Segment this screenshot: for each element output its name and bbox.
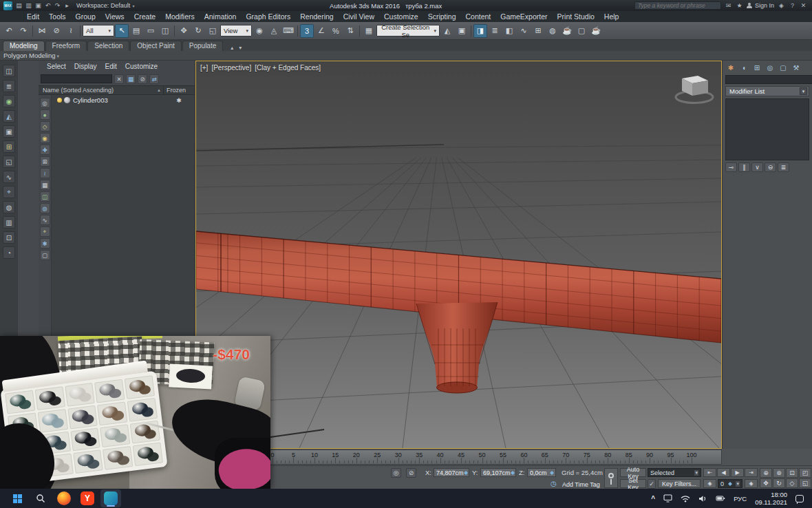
maximize-viewport-icon[interactable]: ◱ — [799, 478, 811, 488]
menu-item[interactable]: Content — [460, 11, 495, 22]
display-containers-icon[interactable]: ⌖ — [40, 226, 50, 237]
help-icon[interactable]: ? — [787, 2, 798, 9]
toolbar-undo-icon[interactable]: ↶ — [2, 24, 16, 38]
render-production-icon[interactable]: ☕ — [589, 24, 603, 38]
menu-item[interactable]: Tools — [44, 11, 71, 22]
select-and-rotate-icon[interactable]: ↻ — [191, 24, 205, 38]
bind-to-spacewarp-icon[interactable]: ≀ — [64, 24, 78, 38]
align-icon[interactable]: ▣ — [455, 24, 469, 38]
timeline-ruler[interactable]: 0510152025303540455055606570758085909510… — [195, 449, 722, 465]
viewport-menu-view[interactable]: [Perspective] — [211, 64, 251, 72]
ribbon-tab[interactable]: Modeling — [3, 41, 45, 51]
schematic-view-icon[interactable]: ⊞ — [531, 24, 545, 38]
display-spacewarps-icon[interactable]: ≀ — [40, 168, 50, 178]
display-groups-icon[interactable]: ▦ — [40, 180, 50, 190]
show-end-result-icon[interactable]: ∥ — [738, 162, 750, 172]
ribbon-tab[interactable]: Object Paint — [130, 41, 181, 51]
language-indicator[interactable]: РУС — [731, 489, 749, 507]
3ds-max-logo-icon[interactable]: MAX — [3, 1, 12, 10]
favorites-icon[interactable]: ★ — [734, 2, 745, 9]
render-setup-icon[interactable]: ☕ — [560, 24, 574, 38]
selection-set-dropdown[interactable]: Selected — [648, 468, 701, 477]
selection-lock-icon[interactable]: ⊘ — [406, 468, 416, 478]
isolate-strip-icon[interactable]: ⊡ — [3, 231, 15, 244]
spinner-icon[interactable] — [728, 480, 732, 488]
frozen-toggle-icon[interactable]: ✱ — [163, 97, 195, 104]
select-and-scale-icon[interactable]: ◱ — [206, 24, 220, 38]
zoom-icon[interactable]: ⊕ — [760, 468, 772, 478]
menu-item[interactable]: GameExporter — [495, 11, 552, 22]
go-to-start-button[interactable]: ⇤ — [703, 468, 716, 477]
object-name-field[interactable] — [725, 75, 812, 84]
menu-item[interactable]: Modifiers — [160, 11, 200, 22]
menu-item[interactable]: Animation — [200, 11, 242, 22]
remove-modifier-icon[interactable]: ⊖ — [765, 162, 776, 172]
next-frame-button[interactable]: ◈ — [745, 479, 758, 488]
menu-item[interactable]: Group — [71, 11, 100, 22]
menu-item[interactable]: Customize — [379, 11, 423, 22]
set-key-button[interactable]: Set Key — [620, 479, 646, 488]
menu-item[interactable]: Rendering — [295, 11, 338, 22]
keyboard-override-icon[interactable]: ⌨ — [281, 24, 295, 38]
menu-item[interactable]: Civil View — [339, 11, 379, 22]
menu-item[interactable]: Edit — [22, 11, 44, 22]
notification-center-button[interactable] — [793, 489, 806, 507]
spinner-icon[interactable] — [550, 469, 554, 477]
reference-coordinate-dropdown[interactable]: View — [220, 25, 252, 36]
select-and-manipulate-icon[interactable]: ◬ — [267, 24, 281, 38]
menu-item[interactable]: Views — [100, 11, 129, 22]
select-by-name-icon[interactable]: ▤ — [129, 24, 143, 38]
material-strip-icon[interactable]: ◍ — [3, 201, 15, 213]
spinner-icon[interactable] — [511, 469, 515, 477]
select-and-move-icon[interactable]: ✥ — [177, 24, 191, 38]
display-all-icon[interactable]: ◎ — [40, 98, 50, 108]
minimize-ribbon-icon[interactable]: ▴ — [231, 45, 233, 51]
toggle-scene-explorer-icon[interactable]: ◨ — [473, 24, 487, 38]
explorer-menu-item[interactable]: Customize — [121, 63, 162, 70]
array-strip-icon[interactable]: ⊞ — [3, 140, 15, 153]
measure-strip-icon[interactable]: ⌖ — [3, 186, 15, 198]
viewport-menu-shading[interactable]: [Clay + Edged Faces] — [255, 64, 321, 72]
scene-explorer-strip-icon[interactable]: ◫ — [3, 65, 15, 77]
taskbar-search-button[interactable] — [30, 489, 51, 507]
spacing-strip-icon[interactable]: ∿ — [3, 171, 15, 183]
window-crossing-icon[interactable]: ◫ — [158, 24, 172, 38]
select-and-link-icon[interactable]: ⋈ — [35, 24, 49, 38]
display-lights-icon[interactable]: ◉ — [40, 133, 50, 143]
edit-named-selections-icon[interactable]: ▦ — [362, 24, 376, 38]
pan-icon[interactable]: ✥ — [760, 478, 772, 488]
rename-strip-icon[interactable]: ▥ — [3, 216, 15, 229]
display-xrefs-icon[interactable]: ◫ — [40, 191, 50, 202]
display-floater-strip-icon[interactable]: ◔ — [3, 246, 15, 259]
toolbar-icon[interactable] — [358, 24, 361, 38]
clear-search-icon[interactable]: ✕ — [114, 74, 124, 84]
rendered-frame-icon[interactable]: ▢ — [575, 24, 588, 38]
volume-tray-button[interactable] — [696, 489, 710, 507]
explorer-menu-item[interactable]: Edit — [101, 63, 121, 70]
spinner-icon[interactable] — [464, 469, 468, 477]
name-column-header[interactable]: Name (Sorted Ascending)▲ — [39, 86, 163, 94]
zoom-all-icon[interactable]: ⊛ — [773, 468, 785, 478]
select-object-icon[interactable]: ↖ — [115, 24, 129, 38]
make-unique-icon[interactable]: ∨ — [751, 162, 763, 172]
scene-object-row[interactable]: Cylinder003 ✱ — [52, 95, 195, 105]
taskbar-clock[interactable]: 18:00 09.11.2021 — [752, 491, 790, 506]
wifi-tray-button[interactable] — [678, 489, 693, 507]
orbit-icon[interactable]: ↻ — [773, 478, 785, 488]
use-pivot-center-icon[interactable]: ◉ — [253, 24, 266, 38]
add-time-tag-button[interactable]: Add Time Tag — [560, 480, 602, 489]
layer-explorer-strip-icon[interactable]: ≣ — [3, 80, 15, 92]
firefox-taskbar-button[interactable] — [54, 489, 74, 507]
toolbar-redo-icon[interactable]: ↷ — [17, 24, 30, 38]
light-lister-strip-icon[interactable]: ◉ — [3, 95, 15, 107]
close-panel-icon[interactable]: ✕ — [798, 2, 809, 9]
hierarchy-tab-icon[interactable]: ⊞ — [751, 63, 762, 73]
video-overlay[interactable]: -$470 — [0, 336, 270, 489]
toolbar-icon[interactable] — [173, 24, 176, 38]
snapshot-strip-icon[interactable]: ◱ — [3, 156, 15, 168]
percent-snap-icon[interactable]: % — [329, 24, 343, 38]
explorer-menu-item[interactable]: Select — [43, 63, 70, 70]
key-filters-check-icon[interactable]: ✓ — [648, 479, 656, 489]
selection-region-icon[interactable]: ▭ — [144, 24, 158, 38]
workspace-dropdown[interactable]: Workspace: Default — [74, 2, 137, 9]
